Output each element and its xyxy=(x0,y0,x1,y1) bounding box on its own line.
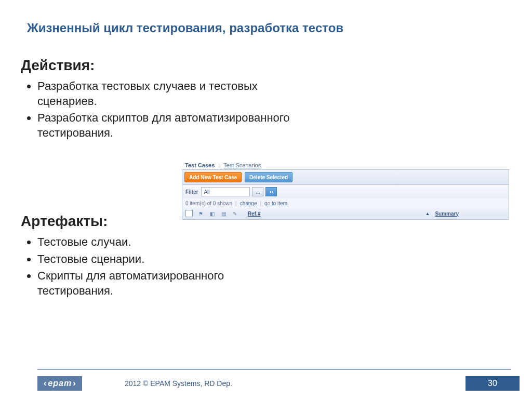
actions-heading: Действия: xyxy=(21,57,291,74)
tab-test-cases[interactable]: Test Cases xyxy=(185,162,215,168)
tab-test-scenarios[interactable]: Test Scenarios xyxy=(223,162,261,168)
status-bar: 0 item(s) of 0 shown | change | go to it… xyxy=(182,198,509,208)
column-ref[interactable]: Ref.# xyxy=(248,211,260,217)
page-icon: ▤ xyxy=(220,210,227,217)
toolbar: Add New Test Case Delete Selected xyxy=(182,169,509,185)
artefacts-item: Тестовые случаи. xyxy=(37,235,291,250)
attach-icon: ✎ xyxy=(231,210,238,217)
slide-title: Жизненный цикл тестирования, разработка … xyxy=(27,21,343,35)
footer-rule xyxy=(37,369,511,370)
page-number: 30 xyxy=(466,376,520,391)
artefacts-item: Тестовые сценарии. xyxy=(37,252,291,267)
status-sep: | xyxy=(235,201,237,206)
table-header: ⚑ ◧ ▤ ✎ Ref.# ▲ Summary xyxy=(182,208,509,220)
status-count: 0 item(s) of 0 shown xyxy=(185,201,232,206)
logo-epam: epam xyxy=(37,376,82,391)
artefacts-item: Скрипты для автоматизированного тестиров… xyxy=(37,269,291,298)
actions-list: Разработка тестовых случаев и тестовых с… xyxy=(25,79,291,140)
actions-item: Разработка скриптов для автоматизированн… xyxy=(37,111,291,140)
sort-arrow-icon: ▲ xyxy=(425,211,430,216)
actions-item: Разработка тестовых случаев и тестовых с… xyxy=(37,79,291,109)
status-sep: | xyxy=(260,201,261,206)
column-summary[interactable]: Summary xyxy=(435,211,459,217)
delete-selected-button[interactable]: Delete Selected xyxy=(245,172,292,182)
change-link[interactable]: change xyxy=(240,201,257,206)
tab-bar: Test Cases | Test Scenarios xyxy=(182,162,509,169)
select-all-checkbox[interactable] xyxy=(185,210,193,217)
footer: epam 2012 © EPAM Systems, RD Dep. 30 xyxy=(0,373,532,399)
filter-select[interactable]: All xyxy=(201,187,250,196)
add-test-case-button[interactable]: Add New Test Case xyxy=(184,172,242,182)
slide: Жизненный цикл тестирования, разработка … xyxy=(0,0,532,399)
artefacts-section: Артефакты: Тестовые случаи. Тестовые сце… xyxy=(21,213,291,300)
filter-label: Filter xyxy=(184,189,199,195)
go-to-item-link[interactable]: go to item xyxy=(264,201,287,206)
actions-section: Действия: Разработка тестовых случаев и … xyxy=(21,57,291,142)
filter-more-button[interactable]: ... xyxy=(252,187,263,196)
copyright: 2012 © EPAM Systems, RD Dep. xyxy=(125,379,232,388)
flag-icon: ⚑ xyxy=(197,210,204,217)
note-icon: ◧ xyxy=(208,210,216,217)
test-cases-panel: Test Cases | Test Scenarios Add New Test… xyxy=(182,162,509,220)
tab-separator: | xyxy=(216,162,222,168)
filter-bar: Filter All ... ›› xyxy=(182,185,509,198)
filter-apply-button[interactable]: ›› xyxy=(265,187,277,196)
artefacts-list: Тестовые случаи. Тестовые сценарии. Скри… xyxy=(25,235,291,298)
